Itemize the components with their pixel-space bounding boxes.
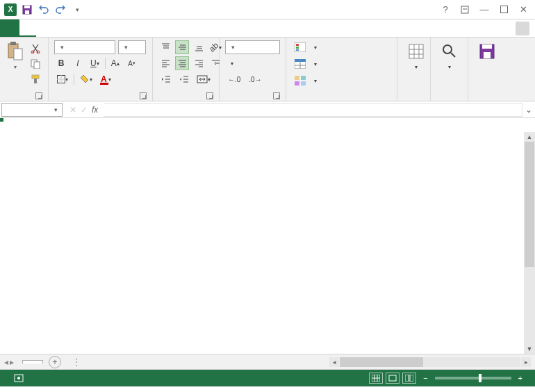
tab-review[interactable] bbox=[86, 19, 103, 37]
cell-styles-button[interactable]: ▾ bbox=[292, 74, 391, 88]
cell-styles-icon bbox=[295, 76, 306, 85]
sheet-tab-sheet1[interactable] bbox=[22, 360, 43, 364]
merge-center-button[interactable]: ▾ bbox=[194, 72, 213, 86]
ribbon-options-button[interactable] bbox=[456, 2, 474, 17]
conditional-formatting-button[interactable]: ▾ bbox=[292, 40, 391, 54]
format-as-table-button[interactable]: ▾ bbox=[292, 57, 391, 71]
zoom-in-button[interactable]: + bbox=[518, 374, 522, 382]
comma-button[interactable] bbox=[258, 56, 272, 70]
vertical-scroll-thumb[interactable] bbox=[525, 142, 534, 267]
align-top-button[interactable] bbox=[158, 40, 172, 54]
zoom-slider[interactable] bbox=[435, 377, 511, 379]
svg-rect-3 bbox=[461, 6, 468, 13]
horizontal-scroll-thumb[interactable] bbox=[340, 357, 423, 367]
help-button[interactable]: ? bbox=[436, 2, 454, 17]
increase-indent-button[interactable] bbox=[176, 72, 192, 86]
maximize-button[interactable] bbox=[495, 2, 513, 17]
save-as-icon bbox=[477, 42, 497, 61]
number-format-combo[interactable]: ▾ bbox=[225, 40, 280, 54]
svg-rect-46 bbox=[296, 44, 299, 46]
clipboard-launcher[interactable] bbox=[35, 92, 42, 99]
tab-page-layout[interactable] bbox=[53, 19, 69, 37]
svg-rect-57 bbox=[409, 44, 423, 58]
alignment-launcher[interactable] bbox=[206, 92, 213, 99]
group-number: ▾ ▾ ←.0 .0→ bbox=[220, 38, 286, 101]
sheet-nav-prev[interactable]: ◂ bbox=[4, 357, 8, 367]
tab-view[interactable] bbox=[120, 19, 136, 37]
view-page-break-button[interactable] bbox=[402, 373, 416, 384]
qat-customize-button[interactable]: ▾ bbox=[69, 2, 85, 17]
scroll-up-button[interactable]: ▲ bbox=[525, 132, 534, 142]
font-color-button[interactable]: A▾ bbox=[98, 72, 114, 86]
svg-rect-74 bbox=[405, 375, 409, 382]
underline-button[interactable]: U▾ bbox=[88, 56, 102, 70]
decrease-indent-button[interactable] bbox=[158, 72, 174, 86]
avatar-icon bbox=[516, 22, 529, 35]
formula-input[interactable] bbox=[104, 103, 522, 117]
paste-button[interactable]: ▾ bbox=[6, 40, 25, 70]
save-button[interactable] bbox=[19, 2, 35, 17]
font-name-combo[interactable]: ▾ bbox=[54, 40, 115, 54]
undo-button[interactable] bbox=[36, 2, 51, 17]
svg-rect-73 bbox=[389, 375, 396, 381]
scroll-down-button[interactable]: ▼ bbox=[525, 344, 534, 354]
format-painter-button[interactable] bbox=[28, 72, 43, 86]
vertical-scrollbar[interactable]: ▲ ▼ bbox=[524, 132, 535, 354]
close-button[interactable]: ✕ bbox=[514, 2, 532, 17]
tab-insert[interactable] bbox=[36, 19, 53, 37]
align-left-button[interactable] bbox=[158, 56, 172, 70]
align-center-button[interactable] bbox=[175, 56, 189, 70]
font-size-combo[interactable]: ▾ bbox=[118, 40, 146, 54]
tab-split-handle[interactable]: ⋮ bbox=[72, 357, 81, 367]
align-right-button[interactable] bbox=[192, 56, 206, 70]
fx-icon[interactable]: fx bbox=[92, 105, 98, 115]
tab-home[interactable] bbox=[19, 19, 36, 37]
horizontal-scrollbar[interactable]: ◂ ▸ bbox=[325, 357, 535, 367]
currency-button[interactable]: ▾ bbox=[225, 56, 239, 70]
tab-formulas[interactable] bbox=[69, 19, 86, 37]
macro-record-icon[interactable] bbox=[14, 374, 24, 382]
increase-font-button[interactable]: A▴ bbox=[108, 56, 122, 70]
zoom-out-button[interactable]: − bbox=[423, 374, 427, 382]
sheet-nav-next[interactable]: ▸ bbox=[10, 357, 14, 367]
quick-access-toolbar: X ▾ bbox=[0, 2, 88, 17]
percent-button[interactable] bbox=[242, 56, 256, 70]
cancel-formula-button[interactable]: ✕ bbox=[69, 105, 76, 115]
view-normal-button[interactable] bbox=[369, 373, 383, 384]
svg-point-68 bbox=[17, 377, 20, 379]
sheet-tab-bar: ◂ ▸ + ⋮ ◂ ▸ bbox=[0, 354, 535, 370]
redo-button[interactable] bbox=[53, 2, 68, 17]
group-font: ▾ ▾ B I U▾ A▴ A▾ ▾ ▾ A▾ bbox=[49, 38, 153, 101]
italic-button[interactable]: I bbox=[71, 56, 85, 70]
borders-button[interactable]: ▾ bbox=[54, 72, 71, 86]
align-bottom-button[interactable] bbox=[192, 40, 206, 54]
bold-button[interactable]: B bbox=[54, 56, 68, 70]
svg-rect-56 bbox=[301, 81, 306, 85]
editing-button[interactable]: ▾ bbox=[436, 40, 463, 70]
decrease-decimal-button[interactable]: .0→ bbox=[246, 72, 264, 86]
svg-rect-6 bbox=[10, 42, 16, 45]
save-as-button[interactable] bbox=[474, 40, 500, 63]
increase-decimal-button[interactable]: ←.0 bbox=[225, 72, 243, 86]
tab-file[interactable] bbox=[0, 19, 19, 37]
tab-data[interactable] bbox=[103, 19, 120, 37]
scroll-right-button[interactable]: ▸ bbox=[521, 357, 531, 367]
new-sheet-button[interactable]: + bbox=[49, 356, 61, 368]
expand-formula-bar-button[interactable]: ⌄ bbox=[522, 105, 535, 115]
cells-button[interactable]: ▾ bbox=[403, 40, 429, 70]
fill-color-button[interactable]: ▾ bbox=[77, 72, 95, 86]
decrease-font-button[interactable]: A▾ bbox=[125, 56, 139, 70]
font-launcher[interactable] bbox=[140, 92, 147, 99]
svg-rect-13 bbox=[34, 79, 37, 83]
align-middle-button[interactable] bbox=[175, 40, 189, 54]
copy-button[interactable] bbox=[28, 57, 43, 71]
worksheet-grid[interactable]: ▲ ▼ bbox=[0, 118, 535, 354]
sign-in[interactable] bbox=[511, 19, 535, 37]
enter-formula-button[interactable]: ✓ bbox=[81, 105, 88, 115]
name-box[interactable]: ▾ bbox=[1, 103, 63, 117]
view-page-layout-button[interactable] bbox=[386, 373, 400, 384]
scroll-left-button[interactable]: ◂ bbox=[329, 357, 339, 367]
number-launcher[interactable] bbox=[273, 92, 280, 99]
cut-button[interactable] bbox=[28, 42, 43, 56]
minimize-button[interactable]: — bbox=[475, 2, 493, 17]
